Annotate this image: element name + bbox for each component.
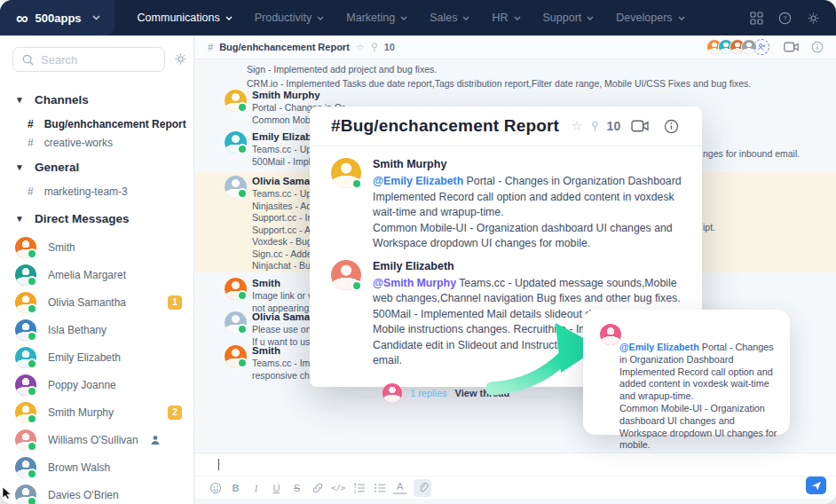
modal-title: #Bug/enchancement Report [331, 116, 559, 136]
avatar [15, 319, 36, 341]
nav-item-marketing[interactable]: Marketing [346, 12, 407, 24]
mention[interactable]: @Emily Elizabeth [373, 175, 463, 187]
send-plane-icon [811, 481, 822, 491]
message-author: Smith Murphy [373, 158, 685, 170]
italic-button[interactable]: I [249, 480, 263, 496]
modal-header: #Bug/enchancement Report ☆ 10 [310, 106, 702, 146]
nav-item-developers[interactable]: Developers [616, 12, 684, 24]
pin-icon[interactable] [591, 121, 599, 132]
replies-count-link[interactable]: 1 replies [410, 388, 447, 398]
nav-item-support[interactable]: Support [543, 12, 595, 24]
view-thread-link[interactable]: View thread [455, 388, 510, 398]
text-caret [218, 459, 219, 470]
dm-section-header[interactable]: ▼ Direct Messages [0, 212, 193, 225]
star-icon[interactable]: ☆ [571, 118, 582, 134]
member-avatars[interactable] [706, 39, 769, 55]
dm-item-williams-osullivan[interactable]: Williams O'Sullivan [0, 426, 193, 453]
channel-header-bar: # Bug/enhchancement Report ☆ 10 [195, 35, 836, 59]
nav-item-communications[interactable]: Communications [138, 12, 233, 24]
person-status-icon [150, 435, 161, 445]
chevron-down-icon [225, 16, 233, 20]
video-call-icon[interactable] [784, 42, 799, 52]
pin-icon[interactable] [371, 43, 378, 52]
dm-item-davies-obrien[interactable]: Davies O'Brien [0, 481, 193, 504]
message-callout-tooltip: @Emily Elizabeth Portal - Changes in Org… [583, 310, 790, 435]
collapse-triangle-icon: ▼ [15, 95, 24, 105]
send-button[interactable] [806, 476, 826, 494]
avatar [331, 158, 361, 188]
underline-button[interactable]: U [270, 480, 283, 496]
strikethrough-button[interactable]: S [290, 480, 304, 496]
message-line: CRM.io - Implemented Tasks due date repo… [247, 78, 751, 89]
message-input[interactable] [195, 453, 836, 476]
sidebar: Search ▼ Channels # Bug/enhchancement Re… [0, 35, 194, 504]
bullet-list-icon[interactable] [373, 480, 386, 496]
sidebar-settings-gear-icon[interactable] [174, 52, 187, 69]
collapse-triangle-icon: ▼ [15, 214, 24, 224]
channels-section-header[interactable]: ▼ Channels [0, 93, 193, 106]
apps-grid-icon[interactable] [750, 12, 763, 25]
avatar [331, 260, 361, 290]
star-icon[interactable]: ☆ [356, 42, 365, 53]
hash-icon: # [28, 185, 34, 198]
chevron-down-icon [587, 16, 594, 20]
chevron-down-icon [514, 16, 521, 20]
help-icon[interactable]: ? [778, 12, 792, 25]
settings-gear-icon[interactable] [807, 12, 820, 25]
hash-icon: # [28, 137, 34, 149]
hash-icon: # [208, 42, 213, 52]
channel-header-actions [706, 39, 824, 55]
svg-text:?: ? [783, 14, 786, 22]
chevron-down-icon [462, 16, 469, 20]
app-window: ∞ 500apps Communications Productivity Ma… [0, 0, 836, 504]
message-fragment: ipt. [703, 222, 715, 232]
ordered-list-icon[interactable] [352, 480, 366, 496]
avatar [15, 292, 36, 313]
nav-item-hr[interactable]: HR [492, 12, 520, 24]
bold-button[interactable]: B [229, 480, 242, 496]
chevron-down-icon [92, 15, 100, 20]
sidebar-lists: ▼ Channels # Bug/enhchancement Report # … [0, 84, 193, 504]
nav-item-sales[interactable]: Sales [430, 12, 469, 24]
modal-actions [631, 119, 679, 134]
dm-item-emily-elizabeth[interactable]: Emily Elizabeth [0, 343, 193, 371]
sidebar-channel-marketing-team-3[interactable]: # marketing-team-3 [0, 182, 193, 201]
info-icon[interactable] [811, 41, 824, 53]
general-section-header[interactable]: ▼ General [0, 161, 193, 174]
avatar [15, 237, 36, 258]
dm-item-smith-murphy[interactable]: Smith Murphy 2 [0, 398, 193, 426]
message-author: Emily Elizabeth [373, 260, 685, 272]
avatar [741, 39, 757, 55]
attachment-paperclip-icon[interactable] [414, 479, 431, 497]
code-button[interactable]: </> [331, 480, 345, 496]
nav-item-productivity[interactable]: Productivity [255, 12, 325, 24]
mention[interactable]: @Smith Murphy [373, 277, 456, 289]
avatar [15, 457, 36, 478]
dm-item-poppy-joanne[interactable]: Poppy Joanne [0, 371, 193, 398]
dm-item-olivia-samantha[interactable]: Olivia Samantha 1 [0, 288, 193, 316]
avatar [225, 131, 247, 154]
link-icon[interactable] [311, 480, 324, 496]
dm-item-smith[interactable]: Smith [0, 233, 193, 261]
video-call-icon[interactable] [631, 120, 649, 132]
brand-name: 500apps [35, 12, 82, 25]
sidebar-channel-bug-report[interactable]: # Bug/enhchancement Report [0, 114, 193, 133]
dm-item-amelia-margaret[interactable]: Amelia Margaret [0, 261, 193, 288]
avatar [225, 345, 247, 367]
mention: @Emily Elizabeth [619, 342, 699, 352]
dm-item-brown-walsh[interactable]: Brown Walsh [0, 453, 193, 481]
avatar [225, 278, 247, 300]
sidebar-channel-creative-works[interactable]: # creative-works [0, 133, 193, 152]
text-color-button[interactable]: A [393, 481, 406, 494]
collapse-triangle-icon: ▼ [15, 162, 24, 172]
unread-badge: 1 [168, 295, 182, 310]
info-icon[interactable] [664, 119, 679, 134]
emoji-icon[interactable] [209, 480, 222, 496]
search-input[interactable]: Search [12, 47, 165, 72]
message: Smith Murphy @Emily Elizabeth Portal - C… [331, 158, 681, 252]
search-placeholder: Search [41, 53, 77, 67]
brand-menu[interactable]: ∞ 500apps [0, 0, 114, 35]
dm-item-isla-bethany[interactable]: Isla Bethany [0, 316, 193, 343]
avatar [383, 383, 402, 403]
infinity-logo-icon: ∞ [16, 10, 28, 27]
